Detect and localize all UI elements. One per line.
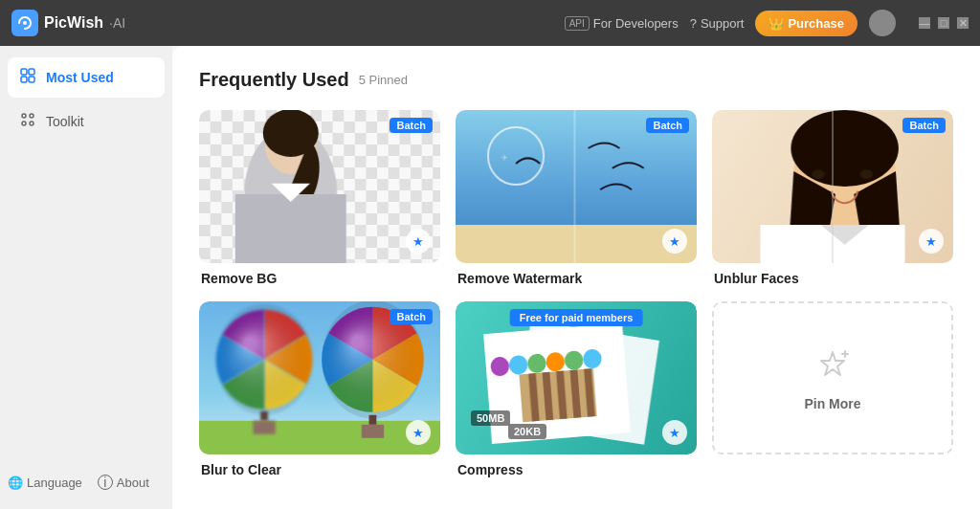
batch-badge-unblur: Batch <box>902 118 946 133</box>
avatar[interactable] <box>869 10 896 36</box>
svg-point-5 <box>22 114 26 118</box>
window-controls: — □ ✕ <box>919 17 969 29</box>
crown-icon: 👑 <box>768 16 784 31</box>
svg-rect-2 <box>29 69 34 75</box>
about-icon: i <box>98 475 113 490</box>
star-button-remove-watermark[interactable]: ★ <box>662 229 687 254</box>
tools-grid: Batch ★ Remove BG Batch ★ Remove Waterma… <box>199 110 953 477</box>
most-used-icon <box>19 67 36 88</box>
svg-point-8 <box>30 122 33 125</box>
language-button[interactable]: 🌐 Language <box>8 476 82 490</box>
free-badge-compress: Free for paid members <box>510 309 643 326</box>
sidebar-bottom: 🌐 Language i About <box>0 475 172 498</box>
logo-text: PicWish <box>44 14 103 32</box>
support-button[interactable]: ? Support <box>690 16 745 31</box>
tool-label-unblur: Unblur Faces <box>712 271 953 286</box>
title-bar-right: API For Developers ? Support 👑 Purchase … <box>565 10 969 36</box>
size1-badge: 50MB <box>471 410 510 426</box>
batch-badge-remove-watermark: Batch <box>646 118 689 133</box>
tool-card-compress[interactable]: Free for paid members 50MB 20KB ★ Compre… <box>456 301 697 477</box>
sidebar-item-toolkit[interactable]: Toolkit <box>8 101 165 142</box>
title-bar: PicWish·AI API For Developers ? Support … <box>0 0 980 46</box>
svg-point-0 <box>23 21 27 25</box>
tool-label-compress: Compress <box>456 462 697 477</box>
tool-card-remove-watermark[interactable]: Batch ★ Remove Watermark <box>456 110 697 286</box>
tool-label-remove-watermark: Remove Watermark <box>456 271 697 286</box>
api-icon: API <box>565 16 590 31</box>
toolkit-icon <box>19 111 36 132</box>
size2-badge: 20KB <box>508 424 546 439</box>
batch-badge-blur-clear: Batch <box>390 309 433 324</box>
sidebar-item-most-used[interactable]: Most Used <box>8 57 165 98</box>
support-icon: ? <box>690 16 697 31</box>
app-logo: PicWish·AI <box>11 10 125 36</box>
star-button-unblur[interactable]: ★ <box>919 229 944 254</box>
batch-badge-remove-bg: Batch <box>390 118 433 133</box>
svg-rect-3 <box>21 77 27 82</box>
svg-rect-4 <box>29 77 34 82</box>
main-layout: Most Used Toolkit 🌐 Language <box>0 46 980 509</box>
star-button-remove-bg[interactable]: ★ <box>406 229 431 254</box>
tool-card-remove-bg[interactable]: Batch ★ Remove BG <box>199 110 440 286</box>
tool-label-remove-bg: Remove BG <box>199 271 440 286</box>
maximize-button[interactable]: □ <box>938 17 949 29</box>
for-developers-button[interactable]: API For Developers <box>565 16 679 31</box>
sidebar: Most Used Toolkit 🌐 Language <box>0 46 172 509</box>
svg-point-6 <box>30 114 33 118</box>
close-button[interactable]: ✕ <box>957 17 969 29</box>
language-icon: 🌐 <box>8 476 23 490</box>
minimize-button[interactable]: — <box>919 17 930 29</box>
logo-icon <box>11 10 38 36</box>
star-button-blur-clear[interactable]: ★ <box>406 420 431 445</box>
sidebar-nav: Most Used Toolkit <box>0 57 172 142</box>
purchase-button[interactable]: 👑 Purchase <box>755 11 858 36</box>
pin-more-card[interactable]: Pin More <box>712 301 953 454</box>
content-area: Frequently Used 5 Pinned Batch ★ Remove … <box>172 46 980 509</box>
pinned-badge: 5 Pinned <box>359 73 408 87</box>
svg-point-7 <box>22 122 26 125</box>
tool-card-blur-to-clear[interactable]: Batch ★ Blur to Clear <box>199 301 440 477</box>
about-button[interactable]: i About <box>98 475 149 490</box>
pin-more-icon <box>813 344 852 390</box>
star-button-compress[interactable]: ★ <box>662 420 687 445</box>
page-header: Frequently Used 5 Pinned <box>199 69 953 91</box>
logo-dot: ·AI <box>109 15 125 31</box>
tool-card-unblur-faces[interactable]: Batch ★ Unblur Faces <box>712 110 953 286</box>
svg-rect-1 <box>21 69 27 75</box>
tool-card-pin-more[interactable]: Pin More <box>712 301 953 477</box>
tool-label-blur-clear: Blur to Clear <box>199 462 440 477</box>
title-bar-left: PicWish·AI <box>11 10 125 36</box>
page-title: Frequently Used <box>199 69 349 91</box>
pin-more-label: Pin More <box>804 396 860 411</box>
